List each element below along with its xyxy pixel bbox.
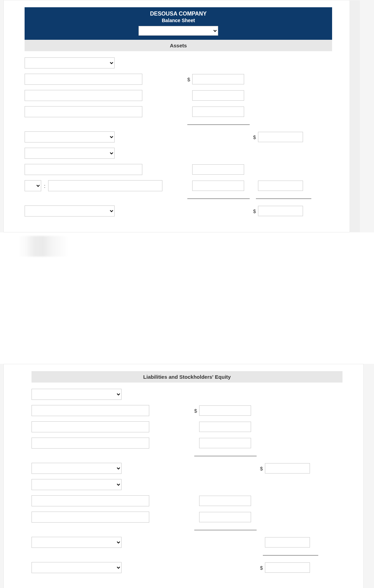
assets-subtotal1-amount[interactable] (258, 132, 303, 142)
gap-between-panels (0, 257, 374, 364)
assets-line3-amount[interactable] (192, 107, 244, 117)
assets-line2-amount[interactable] (192, 90, 244, 101)
liab-line1-label[interactable] (32, 405, 149, 416)
assets-line1-amount[interactable] (192, 74, 244, 84)
liab-line4-amount[interactable] (199, 496, 251, 506)
liab-total-amount[interactable] (265, 562, 310, 573)
assets-less-select[interactable] (25, 180, 41, 191)
company-name: DESOUSA COMPANY (25, 11, 332, 17)
liab-subtotal1-amount[interactable] (265, 463, 310, 474)
statement-title: Balance Sheet (25, 18, 332, 23)
assets-less-label[interactable] (48, 180, 162, 191)
liab-subtotal1-underline (194, 456, 257, 456)
assets-category2-select[interactable] (25, 148, 115, 159)
liab-line2-amount[interactable] (199, 422, 251, 432)
liab-subtotal2-select[interactable] (32, 537, 122, 548)
currency-symbol: $ (250, 134, 256, 140)
liab-total-underline (263, 555, 318, 555)
liab-line3-amount[interactable] (199, 438, 251, 448)
liab-subtotal2-underline (194, 530, 257, 530)
liab-total-select[interactable] (32, 562, 122, 573)
liab-line4-label[interactable] (32, 495, 149, 506)
liabilities-section-header: Liabilities and Stockholders' Equity (32, 371, 342, 383)
assets-form: $ (25, 51, 332, 217)
colon-separator: : (44, 183, 45, 189)
assets-total-select[interactable] (25, 205, 115, 217)
panel-side-shadow (349, 0, 360, 232)
assets-line3-label[interactable] (25, 106, 142, 117)
assets-subtotal1-select[interactable] (25, 131, 115, 143)
date-select[interactable] (139, 26, 218, 36)
liab-line5-label[interactable] (32, 512, 149, 523)
liab-subtotal1-select[interactable] (32, 463, 122, 474)
liab-category2-select[interactable] (32, 479, 122, 490)
currency-symbol: $ (191, 408, 197, 414)
assets-line-underline (187, 199, 250, 199)
assets-less-amount[interactable] (192, 181, 244, 191)
assets-total-underline (256, 199, 311, 199)
assets-panel: DESOUSA COMPANY Balance Sheet Assets $ (3, 0, 350, 232)
assets-section-header: Assets (25, 40, 332, 51)
assets-total-amount[interactable] (258, 206, 303, 216)
assets-line4-amount[interactable] (192, 164, 244, 175)
currency-symbol: $ (257, 565, 263, 571)
currency-symbol: $ (250, 208, 256, 214)
liabilities-panel: Liabilities and Stockholders' Equity $ (3, 364, 364, 588)
liabilities-form: $ (32, 383, 342, 573)
currency-symbol: $ (257, 466, 263, 471)
liab-line3-label[interactable] (32, 438, 149, 449)
assets-line1-label[interactable] (25, 74, 142, 85)
liab-line1-amount[interactable] (199, 405, 251, 416)
liab-line5-amount[interactable] (199, 512, 251, 522)
image-artifact (17, 236, 104, 257)
balance-sheet-header: DESOUSA COMPANY Balance Sheet (25, 7, 332, 40)
currency-symbol: $ (184, 76, 190, 82)
assets-category2-total[interactable] (258, 181, 303, 191)
assets-line4-label[interactable] (25, 164, 142, 175)
assets-category1-select[interactable] (25, 57, 115, 68)
assets-subtotal-underline (187, 125, 250, 125)
assets-line2-label[interactable] (25, 90, 142, 101)
liab-line2-label[interactable] (32, 421, 149, 432)
liab-subtotal2-amount[interactable] (265, 537, 310, 548)
liab-category1-select[interactable] (32, 389, 122, 400)
